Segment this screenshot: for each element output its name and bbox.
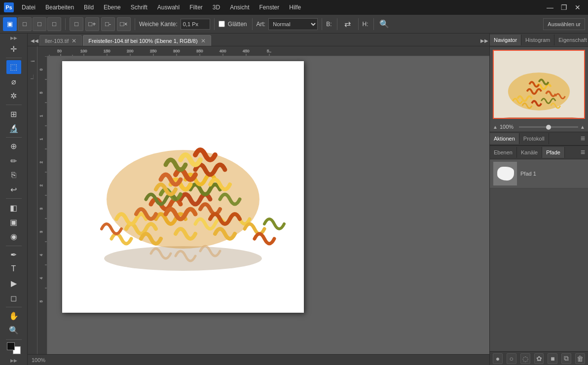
menu-ebene[interactable]: Ebene xyxy=(100,3,125,12)
list-item[interactable]: Pfad 1 xyxy=(490,159,588,188)
tab-histogram[interactable]: Histogram xyxy=(521,35,554,45)
toolbox-sep3 xyxy=(6,137,22,138)
rect-marquee-btn[interactable]: ▣ xyxy=(3,17,17,31)
tab-ebenen[interactable]: Ebenen xyxy=(490,147,517,158)
menu-filter[interactable]: Filter xyxy=(185,3,207,12)
menu-hilfe[interactable]: Hilfe xyxy=(285,3,305,12)
tab-0[interactable]: ller-103.tif ✕ xyxy=(39,35,82,46)
brush-tool-btn[interactable]: ✏ xyxy=(6,154,21,167)
add-selection-btn[interactable]: □+ xyxy=(85,17,99,31)
zoom-handle[interactable] xyxy=(546,125,551,130)
magic-wand-tool-btn[interactable]: ✲ xyxy=(6,89,21,103)
fill-path-btn[interactable]: ● xyxy=(493,353,503,364)
tab-scroll-right-btn[interactable]: ▶▶ xyxy=(479,35,489,46)
navigator-preview xyxy=(493,50,585,119)
canvas-content[interactable] xyxy=(47,56,489,354)
dodge-tool-btn[interactable]: ◉ xyxy=(6,230,21,243)
delete-path-btn[interactable]: 🗑 xyxy=(575,353,585,364)
svg-text:5: 5 xyxy=(39,92,43,94)
close-button[interactable]: ✕ xyxy=(571,2,584,12)
new-selection-btn[interactable]: □ xyxy=(70,17,83,31)
layers-panel-menu-btn[interactable]: ≡ xyxy=(578,146,588,159)
menu-schrift[interactable]: Schrift xyxy=(127,3,151,12)
tab-scroll-left-btn[interactable]: ◀◀ xyxy=(30,35,39,46)
swap-icon[interactable]: ⇄ xyxy=(341,18,354,31)
maximize-button[interactable]: ❐ xyxy=(557,2,570,12)
menu-fenster[interactable]: Fenster xyxy=(256,3,284,12)
tab-eigenschaft[interactable]: Eigenschaft xyxy=(554,35,588,45)
hand-tool-btn[interactable]: ✋ xyxy=(6,309,21,323)
menu-auswahl[interactable]: Auswahl xyxy=(153,3,184,12)
tab-protokoll[interactable]: Protokoll xyxy=(519,133,549,144)
h-label: H: xyxy=(363,21,368,28)
crop-tool-btn[interactable]: ⊞ xyxy=(6,107,21,120)
auswahlen-button[interactable]: Auswählen ur xyxy=(543,18,585,30)
selection-to-path-btn[interactable]: ◌ xyxy=(520,353,530,364)
toolbox-expand-bottom[interactable]: ▶▶ xyxy=(10,358,17,363)
path-select-btn[interactable]: ▶ xyxy=(6,277,21,290)
path-to-selection-btn[interactable]: ✿ xyxy=(534,353,544,364)
tab-aktionen[interactable]: Aktionen xyxy=(490,133,519,144)
single-col-btn[interactable]: □ xyxy=(33,17,46,31)
color-swatches[interactable] xyxy=(7,342,21,354)
new-path-btn[interactable]: ⧉ xyxy=(561,353,571,364)
smooth-checkbox[interactable] xyxy=(219,21,225,27)
menu-bild[interactable]: Bild xyxy=(80,3,98,12)
lasso-tool-btn[interactable]: ⌀ xyxy=(6,75,21,88)
tab-navigator[interactable]: Navigator xyxy=(490,35,521,45)
canvas-viewport[interactable]: ℹ I... 0 50 xyxy=(28,46,489,354)
options-toolbar: ▣ □ □ □ □ □+ □- □× Weiche Kante: Glätten… xyxy=(0,15,588,34)
panel-bottom-bar: ● ○ ◌ ✿ ■ ⧉ 🗑 xyxy=(490,351,588,365)
info-icon[interactable]: ℹ xyxy=(30,60,35,62)
tab-kanaele[interactable]: Kanäle xyxy=(517,147,542,158)
gradient-tool-btn[interactable]: ▣ xyxy=(6,216,21,229)
sep8 xyxy=(373,18,374,30)
move-tool-btn[interactable]: ✛ xyxy=(6,42,21,56)
soft-edge-input[interactable] xyxy=(181,19,210,30)
svg-text:150: 150 xyxy=(104,49,110,53)
pen-tool-btn[interactable]: ✒ xyxy=(6,248,21,261)
menu-datei[interactable]: Datei xyxy=(18,3,39,12)
svg-text:350: 350 xyxy=(196,49,203,53)
menu-ansicht[interactable]: Ansicht xyxy=(226,3,253,12)
stamp-tool-btn[interactable]: ⎘ xyxy=(6,169,21,182)
eyedropper-tool-btn[interactable]: 🔬 xyxy=(6,122,21,135)
subtract-selection-btn[interactable]: □- xyxy=(101,17,115,31)
shape-tool-btn[interactable]: ◻ xyxy=(6,292,21,305)
type-tool-btn[interactable]: T xyxy=(6,262,21,276)
menu-bearbeiten[interactable]: Bearbeiten xyxy=(41,3,78,12)
sep7 xyxy=(358,18,359,30)
tab-pfade[interactable]: Pfade xyxy=(542,147,565,158)
canvas-wrapper: ◀◀ ller-103.tif ✕ Freisteller-104.tif be… xyxy=(28,34,489,365)
zoom-slider[interactable] xyxy=(519,126,578,128)
layer-icon[interactable]: I... xyxy=(30,74,35,79)
svg-text:400: 400 xyxy=(220,49,226,53)
sep2 xyxy=(135,18,135,30)
tab-0-close[interactable]: ✕ xyxy=(72,37,76,44)
toolbox-expand-top[interactable]: ▶▶ xyxy=(10,36,17,40)
zoom-tool-btn[interactable]: 🔍 xyxy=(6,324,21,337)
single-row-btn[interactable]: □ xyxy=(18,17,32,31)
marquee-tool-btn[interactable]: ⬚ xyxy=(6,60,21,73)
tab-1[interactable]: Freisteller-104.tif bei 100% (Ebene 1, R… xyxy=(83,35,211,46)
svg-text:450: 450 xyxy=(243,49,250,53)
status-bar: 100% xyxy=(28,354,489,365)
minimize-button[interactable]: — xyxy=(544,2,556,12)
panel-tabs-aktionen: Aktionen Protokoll ≡ xyxy=(490,132,588,146)
aktionen-panel-menu-btn[interactable]: ≡ xyxy=(578,132,588,145)
intersect-selection-btn[interactable]: □× xyxy=(117,17,131,31)
zoom-out-btn[interactable]: ▲ xyxy=(493,124,498,130)
ellipse-marquee-btn[interactable]: □ xyxy=(47,17,61,31)
search-icon[interactable]: 🔍 xyxy=(378,18,391,31)
nav-image xyxy=(494,51,584,118)
tab-1-close[interactable]: ✕ xyxy=(201,37,206,44)
eraser-tool-btn[interactable]: ◧ xyxy=(6,201,21,214)
zoom-in-btn[interactable]: ▲ xyxy=(580,124,585,130)
spot-heal-tool-btn[interactable]: ⊕ xyxy=(6,140,21,153)
menu-3d[interactable]: 3D xyxy=(209,3,224,12)
art-select[interactable]: Normal Feste Größe Festes Verhältnis xyxy=(268,18,318,30)
mask-btn[interactable]: ■ xyxy=(548,353,557,364)
stroke-path-btn[interactable]: ○ xyxy=(507,353,516,364)
ruler-corner xyxy=(37,46,47,56)
history-brush-btn[interactable]: ↩ xyxy=(6,183,21,196)
